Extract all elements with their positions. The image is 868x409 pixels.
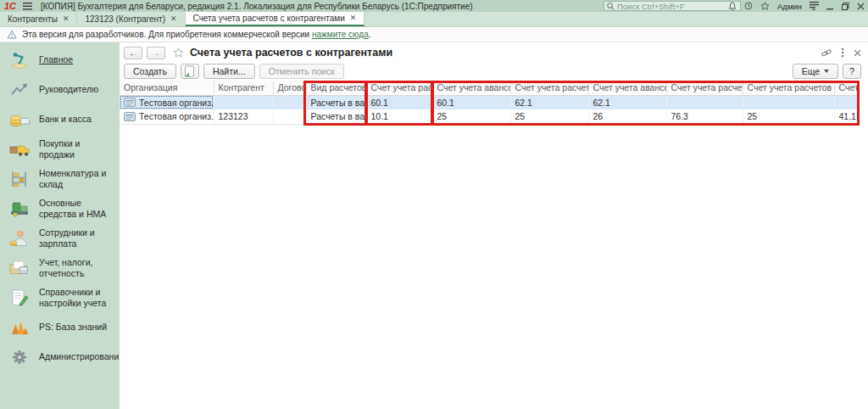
- column-header-9[interactable]: Счет учета расчетов по таре с...: [743, 81, 834, 95]
- sidebar-item-7[interactable]: Учет, налоги, отчетность: [0, 253, 119, 283]
- close-form-icon[interactable]: [854, 49, 861, 57]
- forward-button[interactable]: →: [147, 47, 165, 59]
- cell-0-9[interactable]: [743, 95, 834, 109]
- cell-1-3[interactable]: Расчеты в валют...: [306, 109, 366, 124]
- chevron-down-icon: [824, 70, 829, 73]
- sidebar-item-label: PS: База знаний: [39, 322, 117, 332]
- column-header-0[interactable]: Организация: [120, 81, 214, 95]
- cell-0-7[interactable]: 62.1: [588, 95, 666, 109]
- history-icon[interactable]: [744, 2, 753, 10]
- restore-icon[interactable]: [842, 3, 849, 10]
- tab-close-icon[interactable]: ✕: [63, 15, 70, 23]
- cell-1-9[interactable]: 25: [743, 109, 834, 124]
- column-header-10[interactable]: Счет уче: [834, 81, 859, 95]
- column-header-4[interactable]: Счет учета расчетов с п...: [366, 81, 432, 95]
- sidebar-item-1[interactable]: Руководителю: [0, 75, 119, 104]
- sidebar-item-label: Руководителю: [39, 84, 117, 94]
- cell-1-6[interactable]: 25: [510, 109, 588, 124]
- cell-0-3[interactable]: Расчеты в валют...: [306, 95, 366, 109]
- column-header-7[interactable]: Счет учета авансов п...: [588, 81, 666, 95]
- column-header-2[interactable]: Договор: [273, 81, 306, 95]
- global-search[interactable]: [604, 1, 741, 11]
- organization-icon: [124, 98, 136, 107]
- sidebar-item-label: Покупки и продажи: [39, 138, 117, 160]
- cancel-search-button: Отменить поиск: [259, 64, 344, 79]
- search-input[interactable]: [617, 2, 737, 10]
- sidebar-item-8[interactable]: Справочники и настройки учета: [0, 283, 119, 312]
- close-window-icon[interactable]: [857, 3, 865, 10]
- window-title: [КОПИЯ] Бухгалтерия для Беларуси, редакц…: [41, 2, 472, 11]
- cell-1-5[interactable]: 25: [432, 109, 510, 124]
- cell-1-2[interactable]: [273, 109, 306, 124]
- tab-close-icon[interactable]: ✕: [350, 14, 357, 22]
- references-settings-icon: [6, 288, 33, 308]
- purchase-link[interactable]: нажмите сюда: [312, 30, 369, 39]
- cell-0-5[interactable]: 60.1: [432, 95, 510, 109]
- cell-1-4[interactable]: 10.1: [366, 109, 432, 124]
- tab-2[interactable]: Счета учета расчетов с контрагентами✕: [186, 12, 365, 26]
- tab-1[interactable]: 123123 (Контрагент)✕: [77, 12, 185, 26]
- column-header-6[interactable]: Счет учета расчетов с ...: [510, 81, 588, 95]
- sidebar-item-6[interactable]: Сотрудники и зарплата: [0, 223, 119, 253]
- cell-0-8[interactable]: [666, 95, 743, 109]
- column-header-5[interactable]: Счет учета авансов...: [432, 81, 510, 95]
- help-button[interactable]: ?: [843, 64, 861, 79]
- warehouse-icon: [6, 169, 33, 189]
- favorites-star-icon[interactable]: [760, 2, 770, 10]
- create-button[interactable]: Создать: [124, 64, 176, 79]
- sidebar-item-5[interactable]: Основные средства и НМА: [0, 193, 119, 223]
- sidebar-item-2[interactable]: Банк и касса: [0, 104, 119, 134]
- warning-icon: [7, 30, 17, 39]
- cell-0-4[interactable]: 60.1: [366, 95, 432, 109]
- fixed-assets-icon: [6, 199, 33, 219]
- cell-text: Тестовая организ...: [139, 98, 214, 108]
- cell-0-1[interactable]: [214, 95, 273, 109]
- back-button[interactable]: ←: [124, 47, 142, 59]
- user-name[interactable]: Админ: [777, 2, 802, 11]
- cell-0-6[interactable]: 62.1: [510, 95, 588, 109]
- sidebar-item-label: Сотрудники и зарплата: [39, 227, 117, 249]
- notice-text: Эта версия для разработчиков. Для приобр…: [22, 30, 370, 39]
- find-button[interactable]: Найти...: [203, 64, 255, 79]
- sidebar-item-label: Банк и касса: [39, 114, 117, 124]
- more-kebab-icon[interactable]: [841, 48, 844, 58]
- more-button[interactable]: Еще: [793, 64, 838, 79]
- sidebar-item-3[interactable]: Покупки и продажи: [0, 134, 119, 164]
- sidebar-item-4[interactable]: Номенклатура и склад: [0, 164, 119, 193]
- column-header-1[interactable]: Контрагент: [214, 81, 273, 95]
- tab-bar: Контрагенты✕123123 (Контрагент)✕Счета уч…: [0, 12, 868, 27]
- get-link-icon[interactable]: [821, 48, 832, 58]
- cell-1-10[interactable]: 41.1: [834, 109, 859, 124]
- tab-close-icon[interactable]: ✕: [170, 15, 177, 23]
- cell-1-1[interactable]: 123123: [214, 109, 273, 124]
- main-section-icon: [6, 50, 33, 70]
- sidebar-item-0[interactable]: Главное: [0, 45, 119, 75]
- column-header-3[interactable]: Вид расчетов по...: [306, 81, 366, 95]
- sidebar-item-10[interactable]: Администрирование: [0, 342, 119, 372]
- sidebar-item-9[interactable]: PS: База знаний: [0, 312, 119, 342]
- sidebar-item-label: Справочники и настройки учета: [39, 287, 117, 308]
- sidebar-item-label: Основные средства и НМА: [39, 198, 117, 219]
- table-row-1[interactable]: Тестовая организ...123123Расчеты в валют…: [120, 109, 859, 124]
- create-group-icon-button[interactable]: [181, 64, 199, 79]
- tab-0[interactable]: Контрагенты✕: [0, 12, 77, 26]
- favorite-star-icon[interactable]: [173, 48, 184, 58]
- cell-1-8[interactable]: 76.3: [666, 109, 743, 124]
- cell-1-7[interactable]: 26: [588, 109, 666, 124]
- developer-notice-bar: Эта версия для разработчиков. Для приобр…: [0, 27, 868, 42]
- sidebar-item-label: Администрирование: [39, 351, 117, 361]
- column-header-8[interactable]: Счет учета расчетов с ...: [666, 81, 743, 95]
- title-bar: 1С [КОПИЯ] Бухгалтерия для Беларуси, ред…: [0, 0, 868, 12]
- cell-0-10[interactable]: [834, 95, 859, 109]
- cell-1-0[interactable]: Тестовая организ...: [120, 109, 214, 124]
- cell-0-0[interactable]: Тестовая организ...: [120, 95, 214, 109]
- service-menu-icon[interactable]: [810, 2, 819, 11]
- minimize-icon[interactable]: [826, 3, 834, 10]
- main-menu-icon[interactable]: [23, 3, 32, 10]
- content-panel: ← → Счета учета расчетов с контрагентами…: [119, 42, 868, 409]
- register-grid: ОрганизацияКонтрагентДоговорВид расчетов…: [120, 81, 868, 125]
- cell-0-2[interactable]: [273, 95, 306, 109]
- toolbar: Создать Найти... Отменить поиск Еще ?: [120, 60, 868, 81]
- notifications-bell-icon[interactable]: [728, 2, 737, 11]
- table-row-0[interactable]: Тестовая организ...Расчеты в валют...60.…: [120, 95, 859, 109]
